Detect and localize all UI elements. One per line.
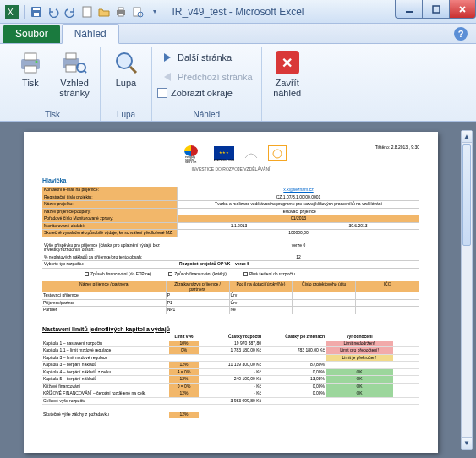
row-label: Registrační číslo projektu: [42,194,178,201]
next-page-label: Další stránka [178,52,232,63]
row-label: Výše příspěvku pro příjemce (částka pro … [42,243,178,254]
magnifier-icon [112,49,140,76]
svg-point-22 [273,150,282,158]
partners-header: Název příjemce / partnera Zkratka názvu … [42,281,419,292]
svg-rect-18 [66,53,76,59]
excel-app-icon: X [5,5,19,19]
table-row: Příjemce/partnerP1Úrv [42,300,419,308]
esf-logo: evropský sociální fond v ČR [175,145,207,164]
svg-point-21 [117,53,132,68]
row-value: 1.1.2013 [179,224,298,229]
help-icon[interactable]: ? [454,27,468,41]
zoom-label: Lupa [116,78,136,88]
arrow-left-icon [161,70,174,84]
svg-rect-14 [25,53,36,60]
preview-tab[interactable]: Náhled [62,24,119,44]
qat-dropdown-icon[interactable]: ▾ [148,5,161,19]
row-value: 100000,00 [178,230,419,237]
svg-text:X: X [8,8,14,17]
svg-point-16 [36,61,38,63]
check-b: Způsob financování (krátký) [168,272,227,277]
row-value: Tvorba a realizace vzdělávacího programu… [178,201,419,208]
limits-header: Limit v % Částky rozpočtu Částky po změn… [42,334,419,341]
svg-rect-12 [433,6,440,13]
table-row: Testovací příjemcePÚrv [42,292,419,300]
printpreview-icon[interactable] [131,5,145,19]
table-row: Kapitola 1 – nastavení rozpočtu10%19 970… [42,341,419,348]
file-tab[interactable]: Soubor [3,25,60,43]
preview-area: Tištěno: 2.8.2013 , 9:30 evropský sociál… [0,122,476,458]
row-value: x.x@seznam.cz [178,187,419,194]
svg-rect-19 [66,65,76,72]
arrow-right-icon [161,51,174,64]
close-preview-label: Zavřít náhled [273,78,301,98]
row-label: Název projektu: [42,201,178,208]
window-close-button[interactable] [449,0,476,19]
page-setup-icon [61,49,88,76]
quickprint-icon[interactable] [114,5,128,19]
row-value: Rozpočet projektů OP VK – verze 5 [178,261,419,268]
svg-rect-7 [118,8,123,10]
row-label: Skutečně vynaložené způsobilé výdaje; ke… [42,230,178,237]
row-label: Kontaktní e-mail na příjemce: [42,187,178,194]
show-margins-checkbox[interactable]: Zobrazit okraje [157,88,256,98]
print-date: Tištěno: 2.8.2013 , 9:30 [375,145,419,150]
maximize-button[interactable] [422,0,449,19]
zoom-button[interactable]: Lupa [106,47,146,88]
print-button[interactable]: Tisk [10,47,51,88]
ministry-logo [241,145,261,164]
footer-pct: 12% [169,412,199,418]
opvk-logo [268,145,287,161]
limits-title: Nastavení limitů jednotlivých kapitol a … [42,326,419,333]
row-value: verze 0 [178,243,419,254]
redo-icon[interactable] [63,5,77,19]
table-row: PartnerNP1Ne [42,307,419,314]
row-value: CZ.1.07/3.1.00/00.0001 [178,194,419,201]
scroll-thumb[interactable] [462,144,471,246]
prev-page-label: Předchozí stránka [178,72,253,82]
row-label: % neplatových nákladů za příjemce/pro te… [42,254,178,261]
print-label: Tisk [22,78,39,88]
save-icon[interactable] [30,5,43,19]
header-title: Hlavička [42,177,419,184]
table-row: Celkové výše rozpočtu3 983 099,80 Kč [42,398,419,406]
table-row: Kapitola 1.1 – limit mzdové regulace0%1 … [42,347,419,355]
page-setup-label: Vzhled stránky [59,78,89,98]
svg-rect-3 [33,8,40,10]
svg-rect-15 [25,66,36,73]
svg-rect-8 [118,14,123,16]
table-row: Kapitola 3 – čerpání nákladů12%11 119 30… [42,362,419,369]
undo-icon[interactable] [47,5,60,19]
svg-rect-5 [83,7,91,17]
page-setup-button[interactable]: Vzhled stránky [54,47,95,98]
printer-icon [17,49,44,76]
row-value: 30.6.2013 [298,224,418,229]
table-row: Kapitola 3 – limit mzdové regulaceLimit … [42,355,419,363]
check-a: Způsob financování (do EXP ne) [85,272,151,277]
table-row: KŘÍŽOVÉ FINANCOVÁNÍ – čerpání rozdělené … [42,390,419,398]
zoom-group-label: Lupa [117,109,135,121]
investice-text: INVESTICE DO ROZVOJE VZDĚLÁVÁNÍ [42,167,419,172]
scroll-down-icon[interactable]: ▼ [462,437,472,449]
scroll-up-icon[interactable]: ▲ [462,131,472,143]
new-icon[interactable] [80,5,94,19]
table-row: Kapitola 5 – čerpání nákladů12%240 100,0… [42,376,419,384]
print-group-label: Tisk [45,109,60,121]
footer-label: Skutečné výše zálohy z požadavku [42,412,169,418]
preview-group-label: Náhled [157,109,256,121]
page-preview[interactable]: Tištěno: 2.8.2013 , 9:30 evropský sociál… [24,132,438,453]
eu-logo: ★★★ EVROPSKÁ UNIE [214,145,235,164]
open-icon[interactable] [97,5,111,19]
svg-rect-11 [406,11,413,13]
row-value: 01/2013 [178,215,419,222]
next-page-button[interactable]: Další stránka [157,49,256,66]
prev-page-button: Předchozí stránka [157,68,256,85]
check-c: Plná šetření do rozpočtu [243,272,295,277]
minimize-button[interactable] [395,0,422,19]
row-label: Název příjemce podpory: [42,209,178,215]
vertical-scrollbar[interactable]: ▲ ▼ [461,130,473,450]
checkbox-icon [157,88,167,98]
row-label: Vyberte typ rozpočtu: [42,261,178,268]
svg-rect-4 [34,13,39,16]
close-preview-button[interactable]: ✕ Zavřít náhled [267,47,308,98]
